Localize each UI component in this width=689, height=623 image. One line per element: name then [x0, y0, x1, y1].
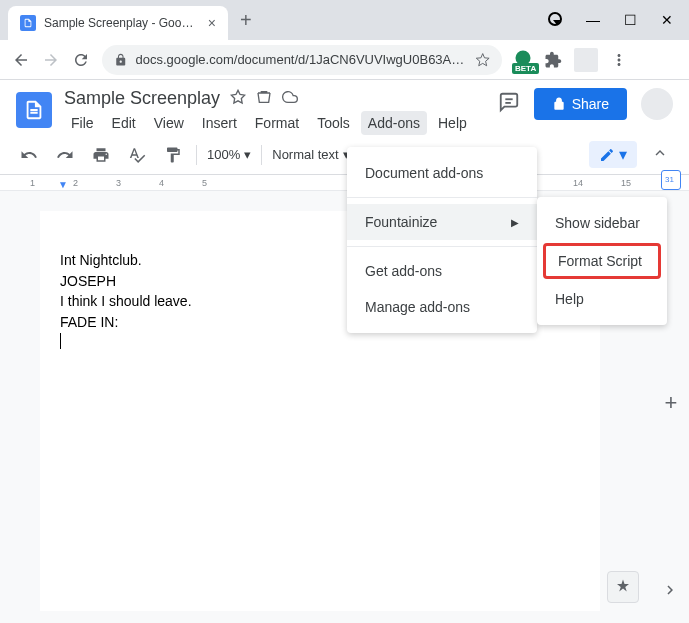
- menu-separator: [347, 246, 537, 247]
- fountainize-submenu: Show sidebar Format Script Help: [537, 197, 667, 325]
- editing-mode-button[interactable]: ▾: [589, 141, 637, 168]
- spellcheck-button[interactable]: [124, 142, 150, 168]
- tab-title: Sample Screenplay - Google Doc: [44, 16, 200, 30]
- calendar-icon[interactable]: [661, 170, 681, 190]
- menu-fountainize[interactable]: Fountainize ▶: [347, 204, 537, 240]
- menu-show-sidebar[interactable]: Show sidebar: [537, 205, 667, 241]
- extension-beta-icon[interactable]: BETA: [514, 49, 532, 71]
- indent-marker-icon[interactable]: ▼: [58, 179, 68, 190]
- lock-icon: [552, 97, 566, 111]
- account-icon[interactable]: [548, 12, 562, 26]
- user-avatar[interactable]: [641, 88, 673, 120]
- menu-separator: [347, 197, 537, 198]
- menu-view[interactable]: View: [147, 111, 191, 135]
- reload-button[interactable]: [72, 51, 90, 69]
- browser-menu-icon[interactable]: [610, 51, 628, 69]
- chevron-down-icon: ▾: [244, 147, 251, 162]
- menu-edit[interactable]: Edit: [105, 111, 143, 135]
- explore-icon: [614, 578, 632, 596]
- menu-format-script[interactable]: Format Script: [543, 243, 661, 279]
- docs-logo[interactable]: [16, 92, 52, 128]
- comments-icon[interactable]: [498, 91, 520, 117]
- maximize-button[interactable]: ☐: [624, 12, 637, 28]
- minimize-button[interactable]: —: [586, 12, 600, 28]
- menu-help[interactable]: Help: [431, 111, 474, 135]
- docs-favicon: [20, 15, 36, 31]
- lock-icon: [114, 53, 127, 67]
- menu-file[interactable]: File: [64, 111, 101, 135]
- cloud-status-icon[interactable]: [282, 89, 298, 109]
- menu-help[interactable]: Help: [537, 281, 667, 317]
- share-button[interactable]: Share: [534, 88, 627, 120]
- hide-sidepanel-button[interactable]: [661, 581, 679, 603]
- new-tab-button[interactable]: +: [240, 9, 252, 32]
- menubar: File Edit View Insert Format Tools Add-o…: [64, 111, 486, 135]
- menu-document-addons[interactable]: Document add-ons: [347, 155, 537, 191]
- explore-button[interactable]: [607, 571, 639, 603]
- menu-format[interactable]: Format: [248, 111, 306, 135]
- forward-button[interactable]: [42, 51, 60, 69]
- undo-button[interactable]: [16, 142, 42, 168]
- pencil-icon: [599, 147, 615, 163]
- menu-manage-addons[interactable]: Manage add-ons: [347, 289, 537, 325]
- zoom-selector[interactable]: 100% ▾: [207, 147, 251, 162]
- menu-addons[interactable]: Add-ons: [361, 111, 427, 135]
- tab-close-icon[interactable]: ×: [208, 15, 216, 31]
- profile-avatar[interactable]: [574, 48, 598, 72]
- chevron-down-icon: ▾: [619, 145, 627, 164]
- text-style-selector[interactable]: Normal text ▾: [272, 147, 349, 162]
- move-document-icon[interactable]: [256, 89, 272, 109]
- star-icon[interactable]: [475, 52, 490, 68]
- print-button[interactable]: [88, 142, 114, 168]
- add-sidepanel-icon[interactable]: +: [665, 390, 678, 416]
- menu-insert[interactable]: Insert: [195, 111, 244, 135]
- redo-button[interactable]: [52, 142, 78, 168]
- document-title[interactable]: Sample Screenplay: [64, 88, 220, 109]
- submenu-arrow-icon: ▶: [511, 217, 519, 228]
- paint-format-button[interactable]: [160, 142, 186, 168]
- star-document-icon[interactable]: [230, 89, 246, 109]
- close-window-button[interactable]: ✕: [661, 12, 673, 28]
- extensions-icon[interactable]: [544, 51, 562, 69]
- addons-dropdown: Document add-ons Fountainize ▶ Get add-o…: [347, 147, 537, 333]
- menu-get-addons[interactable]: Get add-ons: [347, 253, 537, 289]
- ruler[interactable]: ▼ 1 2 3 4 5 13 14 15: [0, 175, 689, 191]
- menu-tools[interactable]: Tools: [310, 111, 357, 135]
- url-text: docs.google.com/document/d/1JaCN6VUVIwgU…: [135, 52, 466, 67]
- text-cursor: [60, 333, 61, 349]
- address-bar[interactable]: docs.google.com/document/d/1JaCN6VUVIwgU…: [102, 45, 502, 75]
- browser-tab[interactable]: Sample Screenplay - Google Doc ×: [8, 6, 228, 40]
- back-button[interactable]: [12, 51, 30, 69]
